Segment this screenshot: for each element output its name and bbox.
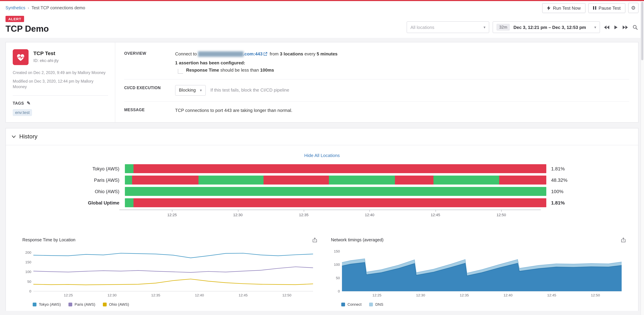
uptime-row-label: Paris (AWS) <box>11 177 125 183</box>
run-test-now-button[interactable]: Run Test Now <box>542 3 585 13</box>
series-Tokyo (AWS) <box>33 253 313 258</box>
scrollbar-thumb[interactable] <box>641 2 643 60</box>
uptime-percentage: 1.81% <box>551 200 565 205</box>
svg-text:12:50: 12:50 <box>282 293 292 297</box>
breadcrumb-separator: › <box>28 6 29 10</box>
uptime-percentage: 1.81% <box>551 166 565 171</box>
legend-label: Paris (AWS) <box>75 302 95 306</box>
page-header: ALERT TCP Demo All locations ▾ 32m Dec 3… <box>0 15 644 38</box>
legend-label: DNS <box>375 302 383 306</box>
response-time-chart-title: Response Time by Location <box>22 237 76 242</box>
uptime-row: Tokyo (AWS)1.81% <box>11 164 638 173</box>
rewind-button[interactable] <box>604 25 610 30</box>
svg-text:12:40: 12:40 <box>504 293 512 297</box>
uptime-segment-up[interactable] <box>125 198 133 207</box>
message-label: MESSAGE <box>124 107 168 114</box>
svg-text:0: 0 <box>29 289 31 293</box>
axis-tick-label: 12:45 <box>431 213 440 217</box>
uptime-segment-up[interactable] <box>199 176 264 185</box>
svg-text:100: 100 <box>25 270 31 274</box>
play-button[interactable] <box>614 25 618 30</box>
uptime-row-label: Global Uptime <box>11 200 125 205</box>
export-chart-button[interactable] <box>621 237 626 242</box>
svg-text:50: 50 <box>336 276 340 280</box>
uptime-segment-up[interactable] <box>125 164 133 173</box>
axis-tick <box>436 210 436 212</box>
response-time-chart[interactable]: 05010015020012:2512:3012:3512:4012:4512:… <box>22 246 317 298</box>
page: Synthetics › Test TCP connections demo R… <box>0 0 644 315</box>
pause-test-label: Pause Test <box>598 5 620 11</box>
response-time-chart-panel: Response Time by Location 05010015020012… <box>22 237 317 306</box>
uptime-time-axis: 12:2512:3012:3512:4012:4512:50 <box>119 210 541 219</box>
export-chart-button[interactable] <box>312 237 317 242</box>
legend-item[interactable]: Paris (AWS) <box>68 302 95 306</box>
assertion-name: Response Time <box>186 68 219 73</box>
scrollbar[interactable] <box>640 1 644 315</box>
locations-count: 3 locations <box>280 51 303 57</box>
modified-by-text: Modified on Dec 3, 2020, 12:44 pm by Mal… <box>13 78 108 90</box>
tag-env-test[interactable]: env:test <box>13 109 32 116</box>
svg-text:150: 150 <box>334 249 340 253</box>
uptime-segment-up[interactable] <box>125 187 546 196</box>
tags-label: TAGS <box>13 101 24 105</box>
host-link[interactable]: .com:443 <box>243 51 263 57</box>
legend-label: Connect <box>348 302 362 306</box>
magnifier-icon <box>633 25 638 30</box>
history-section-toggle[interactable]: History <box>6 128 638 145</box>
zoom-search-button[interactable] <box>632 24 638 31</box>
uptime-segment-down[interactable] <box>132 176 199 185</box>
assertion-value: 100ms <box>260 68 274 73</box>
fast-forward-button[interactable] <box>622 25 628 30</box>
history-card: History Hide All Locations Tokyo (AWS)1.… <box>6 128 638 311</box>
uptime-segment-up[interactable] <box>329 176 395 185</box>
uptime-segment-down[interactable] <box>499 176 546 185</box>
legend-item[interactable]: Ohio (AWS) <box>103 302 129 306</box>
network-timings-legend: ConnectDNS <box>341 302 626 306</box>
axis-tick <box>238 210 238 212</box>
uptime-bar[interactable] <box>125 187 546 196</box>
svg-text:0: 0 <box>338 289 340 293</box>
locations-filter-select[interactable]: All locations ▾ <box>407 21 489 33</box>
legend-label: Ohio (AWS) <box>109 302 129 306</box>
network-timings-chart[interactable]: 05010015012:2512:3012:3512:4012:4512:50 <box>331 246 626 298</box>
uptime-segment-up[interactable] <box>433 176 499 185</box>
svg-text:12:50: 12:50 <box>591 293 600 297</box>
legend-item[interactable]: Tokyo (AWS) <box>33 302 61 306</box>
legend-item[interactable]: Connect <box>341 302 362 306</box>
uptime-segment-down[interactable] <box>264 176 329 185</box>
uptime-bar[interactable] <box>125 198 546 207</box>
legend-label: Tokyo (AWS) <box>39 302 61 306</box>
settings-button[interactable]: ⚙ <box>628 3 638 13</box>
chevron-down-icon: ▾ <box>200 87 202 93</box>
uptime-row-label: Tokyo (AWS) <box>11 166 125 171</box>
test-id: ID: ekc-ahi-jty <box>33 58 59 63</box>
charts-row: Response Time by Location 05010015020012… <box>6 219 638 306</box>
message-text: TCP connections to port 443 are taking l… <box>175 107 629 114</box>
test-summary-card: TCP Test ID: ekc-ahi-jty Created on Dec … <box>6 42 638 123</box>
uptime-bar[interactable] <box>125 164 546 173</box>
time-range-picker[interactable]: 32m Dec 3, 12:21 pm – Dec 3, 12:53 pm ▾ <box>493 21 600 33</box>
chevron-down-icon <box>12 135 16 138</box>
uptime-segment-down[interactable] <box>133 198 546 207</box>
uptime-segment-down[interactable] <box>133 164 546 173</box>
page-title: TCP Demo <box>6 24 49 34</box>
uptime-segment-down[interactable] <box>395 176 433 185</box>
pause-test-button[interactable]: Pause Test <box>588 3 626 13</box>
network-timings-chart-title: Network timings (averaged) <box>331 237 384 242</box>
cicd-execution-select[interactable]: Blocking ▾ <box>175 85 206 96</box>
status-badge: ALERT <box>6 16 24 22</box>
chevron-down-icon: ▾ <box>594 25 596 30</box>
frequency: 5 minutes <box>317 51 338 57</box>
network-timings-chart-panel: Network timings (averaged) 05010015012:2… <box>331 237 626 306</box>
uptime-segment-up[interactable] <box>125 176 132 185</box>
edit-tags-pencil-icon[interactable]: ✎ <box>27 101 30 106</box>
topbar: Synthetics › Test TCP connections demo R… <box>0 1 644 15</box>
svg-text:12:25: 12:25 <box>372 293 382 297</box>
legend-item[interactable]: DNS <box>369 302 383 306</box>
svg-text:200: 200 <box>25 250 31 254</box>
hide-all-locations-link[interactable]: Hide All Locations <box>6 153 638 158</box>
lightning-icon <box>547 6 550 10</box>
svg-text:12:40: 12:40 <box>195 293 204 297</box>
breadcrumb-synthetics-link[interactable]: Synthetics <box>6 6 25 10</box>
uptime-bar[interactable] <box>125 176 546 185</box>
